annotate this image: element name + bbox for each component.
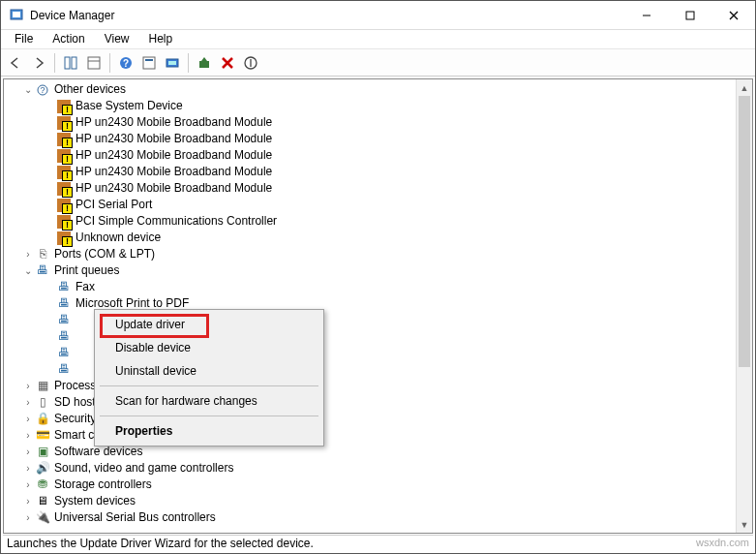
- tree-item[interactable]: PCI Simple Communications Controller: [4, 213, 752, 230]
- expander-icon[interactable]: ›: [21, 477, 35, 493]
- toolbar-separator: [109, 53, 110, 73]
- menu-action[interactable]: Action: [43, 30, 94, 48]
- svg-rect-3: [686, 12, 694, 19]
- svg-rect-8: [88, 57, 100, 69]
- expander-icon[interactable]: ›: [21, 493, 35, 509]
- tree-item[interactable]: HP un2430 Mobile Broadband Module: [4, 180, 752, 197]
- maximize-button[interactable]: [668, 1, 711, 29]
- disable-button[interactable]: [240, 52, 261, 74]
- menu-help[interactable]: Help: [139, 30, 183, 48]
- context-menu-separator: [100, 385, 318, 386]
- forward-button[interactable]: [28, 52, 49, 74]
- tree-category-storage[interactable]: › ⛃ Storage controllers: [4, 477, 752, 493]
- tree-category-sound[interactable]: › 🔊 Sound, video and game controllers: [4, 460, 752, 477]
- tree-category-system[interactable]: › 🖥 System devices: [4, 493, 752, 509]
- expander-icon[interactable]: ›: [21, 460, 35, 477]
- svg-rect-7: [72, 57, 76, 69]
- expander-icon[interactable]: ⌄: [21, 262, 35, 279]
- tree-item[interactable]: HP un2430 Mobile Broadband Module: [4, 164, 752, 180]
- scan-button[interactable]: [162, 52, 183, 74]
- expander-icon[interactable]: ›: [21, 427, 35, 444]
- tree-label: PCI Serial Port: [76, 197, 152, 213]
- warning-device-icon: [56, 99, 72, 114]
- tree-item[interactable]: PCI Serial Port: [4, 197, 752, 213]
- tree-label: PCI Simple Communications Controller: [76, 213, 277, 230]
- tree-label: Unknown device: [76, 230, 161, 246]
- sound-icon: 🔊: [35, 461, 50, 477]
- context-menu-uninstall-device[interactable]: Uninstall device: [98, 359, 320, 383]
- usb-icon: 🔌: [35, 510, 50, 526]
- tree-item[interactable]: HP un2430 Mobile Broadband Module: [4, 114, 752, 131]
- expander-icon[interactable]: ⌄: [21, 81, 35, 98]
- menu-view[interactable]: View: [95, 30, 139, 48]
- tree-category-ports[interactable]: › ⎘ Ports (COM & LPT): [4, 246, 752, 262]
- warning-device-icon: [56, 181, 72, 197]
- tree-category-usb[interactable]: › 🔌 Universal Serial Bus controllers: [4, 509, 752, 526]
- vertical-scrollbar[interactable]: ▲ ▼: [736, 79, 752, 533]
- tree-label: Base System Device: [76, 98, 183, 114]
- tree-label: Fax: [76, 279, 95, 295]
- app-icon: [9, 8, 24, 23]
- warning-device-icon: [56, 165, 72, 180]
- context-menu-separator: [100, 416, 318, 416]
- svg-rect-12: [143, 57, 155, 69]
- expander-icon[interactable]: ›: [21, 378, 35, 394]
- back-button[interactable]: [5, 52, 26, 74]
- printer-icon: 🖶: [56, 346, 72, 361]
- tree-item[interactable]: HP un2430 Mobile Broadband Module: [4, 131, 752, 147]
- context-menu-disable-device[interactable]: Disable device: [98, 336, 320, 359]
- uninstall-button[interactable]: [217, 52, 238, 74]
- ports-icon: ⎘: [35, 247, 50, 262]
- chip-icon: ▦: [35, 379, 50, 394]
- other-devices-icon: ?: [35, 82, 50, 98]
- scroll-up-button[interactable]: ▲: [737, 79, 752, 96]
- tree-category-other-devices[interactable]: ⌄ ? Other devices: [4, 81, 752, 98]
- tree-label: Other devices: [54, 81, 126, 98]
- tree-category-print-queues[interactable]: ⌄ 🖶 Print queues: [4, 262, 752, 279]
- minimize-button[interactable]: [624, 1, 668, 29]
- action-button[interactable]: [138, 52, 160, 74]
- tree-item[interactable]: Unknown device: [4, 230, 752, 246]
- properties-button[interactable]: [83, 52, 105, 74]
- window-title: Device Manager: [30, 9, 624, 22]
- update-driver-button[interactable]: [194, 52, 215, 74]
- tree-label: HP un2430 Mobile Broadband Module: [76, 147, 272, 164]
- tree-item[interactable]: HP un2430 Mobile Broadband Module: [4, 147, 752, 164]
- statusbar: Launches the Update Driver Wizard for th…: [3, 535, 753, 551]
- titlebar: Device Manager: [1, 1, 755, 30]
- warning-device-icon: [56, 214, 72, 230]
- expander-icon[interactable]: ›: [21, 246, 35, 262]
- toolbar-separator: [188, 53, 189, 73]
- tree-label: HP un2430 Mobile Broadband Module: [76, 180, 272, 197]
- tree-item[interactable]: Base System Device: [4, 98, 752, 114]
- toolbar: ?: [1, 49, 755, 77]
- tree-label: Sound, video and game controllers: [54, 460, 233, 477]
- watermark: wsxdn.com: [696, 537, 749, 550]
- expander-icon[interactable]: ›: [21, 394, 35, 411]
- warning-device-icon: [56, 148, 72, 164]
- context-menu-update-driver[interactable]: Update driver: [98, 313, 320, 336]
- storage-icon: ⛃: [35, 477, 50, 493]
- close-button[interactable]: [711, 1, 755, 29]
- expander-icon[interactable]: ›: [21, 509, 35, 526]
- expander-icon[interactable]: ›: [21, 411, 35, 427]
- context-menu-properties[interactable]: Properties: [98, 419, 320, 443]
- help-button[interactable]: ?: [115, 52, 136, 74]
- expander-icon[interactable]: ›: [21, 444, 35, 460]
- system-icon: 🖥: [35, 494, 50, 509]
- svg-rect-1: [13, 12, 20, 17]
- context-menu-scan[interactable]: Scan for hardware changes: [98, 389, 320, 413]
- show-hide-tree-button[interactable]: [60, 52, 81, 74]
- scrollbar-thumb[interactable]: [739, 96, 750, 367]
- svg-rect-13: [145, 59, 153, 61]
- device-tree[interactable]: ⌄ ? Other devices Base System Device HP …: [4, 79, 752, 526]
- security-icon: 🔒: [35, 412, 50, 427]
- warning-device-icon: [56, 198, 72, 213]
- status-text: Launches the Update Driver Wizard for th…: [7, 537, 314, 550]
- sd-icon: ▯: [35, 395, 50, 411]
- printer-icon: 🖶: [56, 329, 72, 345]
- menu-file[interactable]: File: [5, 30, 43, 48]
- tree-item[interactable]: 🖶Fax: [4, 279, 752, 295]
- scroll-down-button[interactable]: ▼: [737, 516, 752, 533]
- toolbar-separator: [54, 53, 55, 73]
